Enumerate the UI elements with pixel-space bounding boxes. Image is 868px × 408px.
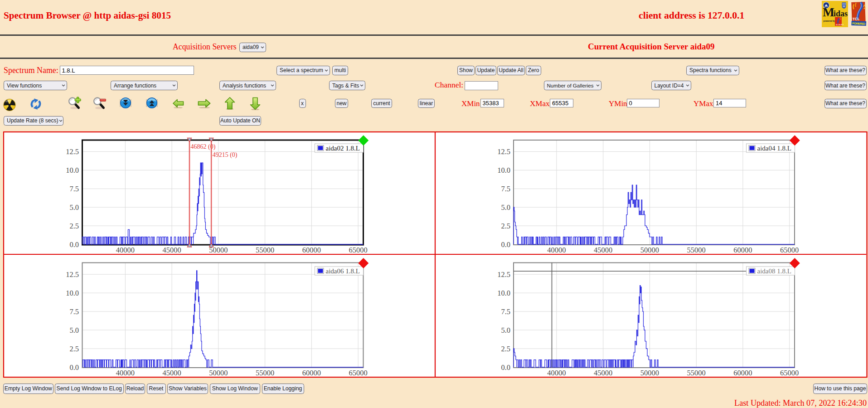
svg-text:2.5: 2.5: [501, 345, 510, 353]
svg-text:60000: 60000: [302, 246, 321, 254]
svg-text:50000: 50000: [209, 369, 228, 377]
svg-text:60000: 60000: [733, 246, 752, 254]
svg-text:40000: 40000: [547, 369, 566, 377]
svg-text:12.5: 12.5: [66, 270, 79, 279]
svg-text:55000: 55000: [687, 369, 706, 377]
svg-text:45000: 45000: [594, 369, 612, 377]
svg-text:65000: 65000: [349, 246, 367, 254]
svg-text:2.5: 2.5: [69, 222, 79, 230]
svg-text:10.0: 10.0: [66, 289, 79, 297]
svg-text:45000: 45000: [162, 369, 181, 377]
svg-text:45000: 45000: [162, 246, 181, 254]
svg-text:7.5: 7.5: [69, 307, 79, 316]
svg-text:0.0: 0.0: [501, 240, 510, 249]
svg-text:5.0: 5.0: [501, 326, 510, 335]
svg-text:5.0: 5.0: [69, 203, 79, 212]
svg-text:10.0: 10.0: [497, 289, 510, 297]
svg-text:40000: 40000: [116, 369, 135, 377]
svg-text:aida08 1.8.L: aida08 1.8.L: [757, 267, 791, 275]
svg-text:2.5: 2.5: [69, 345, 79, 353]
svg-text:10.0: 10.0: [66, 166, 79, 175]
svg-text:12.5: 12.5: [497, 147, 510, 156]
svg-text:50000: 50000: [640, 246, 659, 254]
svg-text:0.0: 0.0: [501, 363, 510, 372]
svg-text:0.0: 0.0: [69, 363, 79, 372]
svg-text:0.0: 0.0: [69, 240, 79, 249]
svg-text:45000: 45000: [594, 246, 612, 254]
svg-text:7.5: 7.5: [69, 185, 79, 193]
svg-text:49215 (0): 49215 (0): [213, 151, 238, 159]
svg-text:65000: 65000: [349, 369, 367, 377]
svg-text:40000: 40000: [547, 246, 566, 254]
svg-text:7.5: 7.5: [501, 307, 510, 316]
svg-text:50000: 50000: [640, 369, 659, 377]
svg-text:12.5: 12.5: [66, 147, 79, 156]
svg-text:5.0: 5.0: [501, 203, 510, 212]
svg-text:55000: 55000: [687, 246, 706, 254]
svg-text:55000: 55000: [256, 246, 274, 254]
svg-text:55000: 55000: [256, 369, 274, 377]
svg-text:12.5: 12.5: [497, 270, 510, 279]
svg-text:2.5: 2.5: [501, 222, 510, 230]
svg-text:65000: 65000: [780, 369, 799, 377]
svg-text:60000: 60000: [302, 369, 321, 377]
svg-text:7.5: 7.5: [501, 185, 510, 193]
svg-text:5.0: 5.0: [69, 326, 79, 335]
svg-text:65000: 65000: [780, 246, 799, 254]
svg-text:60000: 60000: [733, 369, 752, 377]
svg-text:10.0: 10.0: [497, 166, 510, 175]
svg-text:40000: 40000: [116, 246, 135, 254]
svg-text:aida06 1.8.L: aida06 1.8.L: [326, 267, 360, 275]
svg-text:aida04 1.8.L: aida04 1.8.L: [757, 145, 791, 152]
svg-text:aida02 1.8.L: aida02 1.8.L: [326, 145, 360, 152]
